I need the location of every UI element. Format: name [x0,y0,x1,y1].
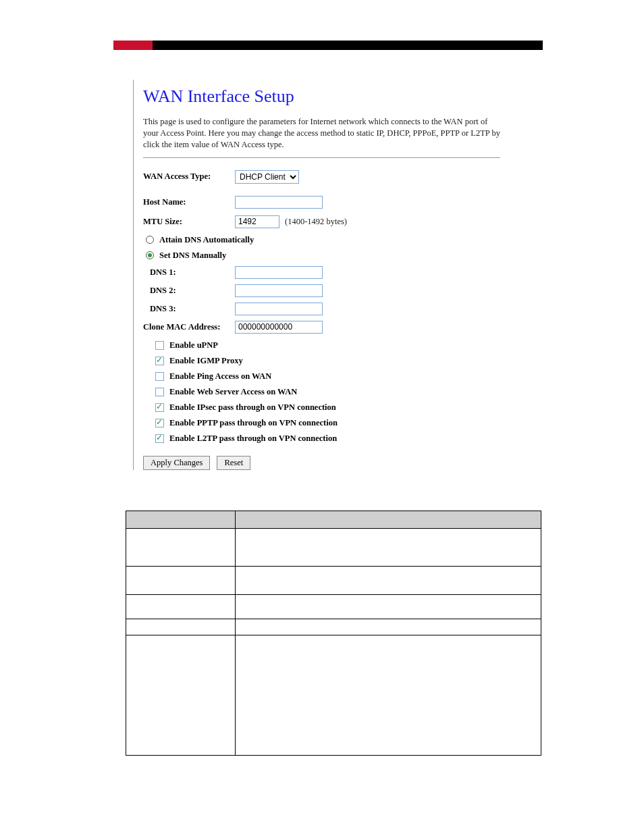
check-row-ping-wan: Enable Ping Access on WAN [143,371,500,382]
checkbox-ping-wan[interactable] [155,372,164,381]
radio-row-dns-manual: Set DNS Manually [143,251,500,261]
label-dns-manual: Set DNS Manually [159,251,226,261]
page-title: WAN Interface Setup [143,86,500,107]
label-dns-1: DNS 1: [150,267,235,278]
checkbox-igmp[interactable] [155,357,164,365]
header-accent [113,41,153,50]
radio-dns-auto[interactable] [146,236,154,244]
radio-row-dns-auto: Attain DNS Automatically [143,235,500,245]
table-row [126,619,541,635]
table-header-1 [126,511,236,529]
label-pptp-pass: Enable PPTP pass through on VPN connecti… [169,418,338,428]
button-row: Apply Changes Reset [143,456,500,470]
label-upnp: Enable uPNP [169,340,218,350]
checkbox-l2tp-pass[interactable] [155,434,164,443]
input-dns-2[interactable] [235,284,323,297]
table-row [126,635,541,756]
input-dns-3[interactable] [235,303,323,315]
row-host-name: Host Name: [143,196,500,209]
label-dns-2: DNS 2: [150,286,235,296]
row-mtu-size: MTU Size: (1400-1492 bytes) [143,215,500,228]
input-host-name[interactable] [235,196,323,209]
table-header-2 [235,511,541,529]
check-row-l2tp-pass: Enable L2TP pass through on VPN connecti… [143,434,500,444]
divider [143,157,500,158]
label-host-name: Host Name: [143,197,235,207]
check-row-pptp-pass: Enable PPTP pass through on VPN connecti… [143,418,500,428]
checkbox-pptp-pass[interactable] [155,419,164,427]
check-row-ipsec-pass: Enable IPsec pass through on VPN connect… [143,402,500,413]
row-wan-access-type: WAN Access Type: DHCP Client [143,170,500,184]
label-dns-3: DNS 3: [150,304,235,314]
label-web-wan: Enable Web Server Access on WAN [169,387,297,397]
dns-servers-block: DNS 1: DNS 2: DNS 3: [143,266,500,315]
wan-setup-panel: WAN Interface Setup This page is used to… [133,80,510,470]
checkbox-web-wan[interactable] [155,388,164,396]
header-bar [113,41,543,50]
table-row [126,595,541,619]
label-clone-mac: Clone MAC Address: [143,322,235,332]
label-dns-auto: Attain DNS Automatically [159,235,254,245]
label-ipsec-pass: Enable IPsec pass through on VPN connect… [169,402,336,413]
label-mtu-size: MTU Size: [143,217,235,227]
checkbox-upnp[interactable] [155,341,164,350]
label-ping-wan: Enable Ping Access on WAN [169,371,271,382]
label-igmp: Enable IGMP Proxy [169,356,243,366]
table-row [126,529,541,567]
input-mtu-size[interactable] [235,215,279,228]
input-dns-1[interactable] [235,266,323,279]
reset-button[interactable]: Reset [217,456,250,470]
row-dns-3: DNS 3: [143,303,500,315]
row-dns-2: DNS 2: [143,284,500,297]
radio-dns-manual[interactable] [146,251,154,259]
row-clone-mac: Clone MAC Address: [143,321,500,334]
table-row [126,567,541,595]
select-wan-access-type[interactable]: DHCP Client [235,170,299,184]
label-l2tp-pass: Enable L2TP pass through on VPN connecti… [169,434,337,444]
page-description: This page is used to configure the param… [143,116,500,151]
checkbox-ipsec-pass[interactable] [155,403,164,412]
check-row-igmp: Enable IGMP Proxy [143,356,500,366]
description-table [126,511,541,756]
check-row-upnp: Enable uPNP [143,340,500,350]
apply-changes-button[interactable]: Apply Changes [143,456,210,470]
label-wan-access-type: WAN Access Type: [143,172,235,182]
row-dns-1: DNS 1: [143,266,500,279]
input-clone-mac[interactable] [235,321,323,334]
check-row-web-wan: Enable Web Server Access on WAN [143,387,500,397]
hint-mtu-range: (1400-1492 bytes) [285,217,347,227]
